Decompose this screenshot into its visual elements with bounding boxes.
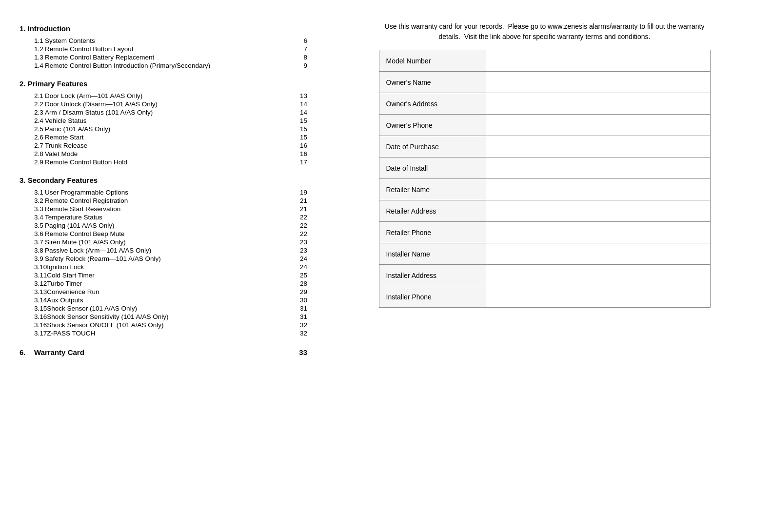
toc-entry: 3.16Shock Sensor ON/OFF (101 A/AS Only)3… [20, 321, 307, 329]
toc-entry-num: 3.6 [34, 230, 45, 237]
warranty-row: Model Number [379, 50, 710, 72]
toc-entry-num: 3.8 [34, 247, 45, 254]
toc-entry: 3.7Siren Mute (101 A/AS Only)23 [20, 238, 307, 246]
warranty-field-value[interactable] [486, 265, 710, 286]
toc-entry-label: Siren Mute (101 A/AS Only) [45, 238, 293, 246]
toc-entry-page: 14 [293, 100, 307, 108]
toc-entry: 2.3Arm / Disarm Status (101 A/AS Only)14 [20, 108, 307, 117]
warranty-row: Date of Purchase [379, 136, 710, 158]
bottom-toc-entry: 6. Warranty Card 33 [20, 348, 307, 356]
toc-entry: 1.2Remote Control Button Layout7 [20, 45, 307, 53]
warranty-description: Use this warranty card for your records.… [379, 21, 711, 42]
toc-entry-label: Door Unlock (Disarm—101 A/AS Only) [45, 100, 293, 108]
warranty-row: Retailer Phone [379, 222, 710, 243]
toc-entry-label: Remote Control Button Introduction (Prim… [45, 62, 293, 69]
toc-entry-num: 2.3 [34, 109, 45, 116]
toc-entry: 3.13Convenience Run29 [20, 288, 307, 296]
toc-section: 1. Introduction1.1System Contents61.2Rem… [20, 24, 307, 70]
toc-entry-num: 3.17 [34, 330, 47, 337]
warranty-field-value[interactable] [486, 93, 710, 115]
toc-entry-num: 3.11 [34, 272, 47, 279]
toc-entry-label: Remote Control Button Layout [45, 45, 293, 53]
warranty-field-value[interactable] [486, 243, 710, 265]
warranty-row: Retailer Address [379, 200, 710, 222]
toc-entry-label: Trunk Release [45, 142, 293, 149]
warranty-field-value[interactable] [486, 72, 710, 93]
warranty-field-value[interactable] [486, 179, 710, 200]
toc-entry-page: 24 [293, 255, 307, 262]
warranty-field-value[interactable] [486, 222, 710, 243]
toc-entry-page: 31 [293, 313, 307, 320]
warranty-field-label: Date of Purchase [379, 136, 486, 158]
toc-entry-page: 14 [293, 109, 307, 116]
warranty-field-label: Owner's Phone [379, 115, 486, 136]
toc-entry-page: 29 [293, 288, 307, 296]
toc-entry: 2.7Trunk Release16 [20, 141, 307, 150]
toc-entry-page: 24 [293, 263, 307, 271]
toc-entry-page: 8 [293, 54, 307, 61]
toc-entry-page: 30 [293, 296, 307, 304]
toc-entry: 2.1Door Lock (Arm—101 A/AS Only)13 [20, 92, 307, 100]
toc-entry-num: 3.16 [34, 313, 47, 320]
bottom-entry-page: 33 [293, 348, 307, 356]
toc-entry-label: System Contents [45, 37, 293, 44]
warranty-row: Installer Name [379, 243, 710, 265]
toc-entry: 3.11Cold Start Timer25 [20, 271, 307, 279]
toc-entry-page: 23 [293, 238, 307, 246]
warranty-field-value[interactable] [486, 115, 710, 136]
toc-entry: 1.4Remote Control Button Introduction (P… [20, 61, 307, 70]
warranty-field-label: Retailer Address [379, 200, 486, 222]
toc-entry-label: Shock Sensor ON/OFF (101 A/AS Only) [47, 321, 293, 329]
toc-entry-label: Panic (101 A/AS Only) [45, 125, 293, 133]
toc-entry-label: Shock Sensor (101 A/AS Only) [47, 305, 293, 312]
toc-entry-label: Remote Control Battery Replacement [45, 54, 293, 61]
warranty-field-label: Owner's Name [379, 72, 486, 93]
toc-entry: 3.8Passive Lock (Arm—101 A/AS Only)23 [20, 246, 307, 255]
toc-entry-page: 22 [293, 222, 307, 229]
warranty-row: Retailer Name [379, 179, 710, 200]
toc-entry-num: 1.4 [34, 62, 45, 69]
toc-entry: 3.12Turbo Timer28 [20, 279, 307, 288]
toc-entry-label: Convenience Run [47, 288, 293, 296]
warranty-field-value[interactable] [486, 200, 710, 222]
toc-entry-num: 3.7 [34, 238, 45, 246]
toc-entry-page: 31 [293, 305, 307, 312]
section-heading: 3. Secondary Features [20, 176, 307, 184]
warranty-field-value[interactable] [486, 158, 710, 179]
toc-entry-num: 3.12 [34, 280, 47, 287]
toc-entry-page: 17 [293, 158, 307, 166]
toc-entry-num: 3.16 [34, 321, 47, 329]
toc-entry-label: Paging (101 A/AS Only) [45, 222, 293, 229]
section-heading: 2. Primary Features [20, 79, 307, 88]
toc-entry-page: 15 [293, 125, 307, 133]
toc-entry-label: Passive Lock (Arm—101 A/AS Only) [45, 247, 293, 254]
toc-entry: 3.9Safety Relock (Rearm—101 A/AS Only)24 [20, 255, 307, 263]
toc-entry-num: 3.2 [34, 197, 45, 204]
toc-entry-page: 23 [293, 247, 307, 254]
warranty-table: Model NumberOwner's NameOwner's AddressO… [379, 50, 711, 308]
warranty-field-value[interactable] [486, 50, 710, 72]
contents-panel: 1. Introduction1.1System Contents61.2Rem… [20, 15, 322, 517]
toc-entry: 3.3Remote Start Reservation21 [20, 205, 307, 213]
toc-entry: 3.14Aux Outputs30 [20, 296, 307, 304]
warranty-row: Owner's Address [379, 93, 710, 115]
warranty-field-value[interactable] [486, 286, 710, 308]
warranty-field-label: Retailer Phone [379, 222, 486, 243]
toc-entry-num: 1.2 [34, 45, 45, 53]
warranty-field-label: Owner's Address [379, 93, 486, 115]
warranty-row: Installer Phone [379, 286, 710, 308]
warranty-field-value[interactable] [486, 136, 710, 158]
toc-entry-page: 25 [293, 272, 307, 279]
toc-entry-label: Valet Mode [45, 150, 293, 158]
toc-entry-page: 32 [293, 321, 307, 329]
warranty-field-label: Installer Phone [379, 286, 486, 308]
toc-entry-label: Vehicle Status [45, 117, 293, 124]
warranty-row: Owner's Phone [379, 115, 710, 136]
toc-entry-page: 7 [293, 45, 307, 53]
toc-entry-label: Arm / Disarm Status (101 A/AS Only) [45, 109, 293, 116]
toc-entry: 3.5Paging (101 A/AS Only)22 [20, 221, 307, 230]
toc-entry: 3.1User Programmable Options19 [20, 188, 307, 197]
toc-entry-page: 22 [293, 214, 307, 221]
toc-entry-page: 9 [293, 62, 307, 69]
toc-entry: 3.6Remote Control Beep Mute22 [20, 230, 307, 238]
